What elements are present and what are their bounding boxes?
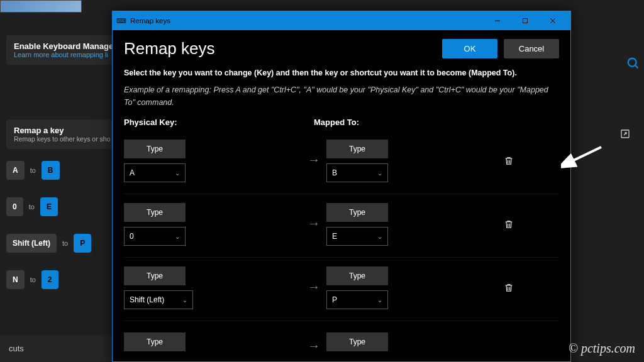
type-button[interactable]: Type bbox=[124, 266, 186, 285]
maximize-button[interactable] bbox=[511, 11, 539, 30]
annotation-arrow bbox=[561, 143, 605, 168]
arrow-icon: → bbox=[301, 280, 326, 294]
svg-line-7 bbox=[570, 147, 601, 162]
cancel-button[interactable]: Cancel bbox=[504, 39, 559, 58]
col-mapped-to: Mapped To: bbox=[314, 118, 559, 127]
remap-chip-row: N to 2 bbox=[6, 270, 58, 289]
delete-button[interactable] bbox=[504, 282, 523, 293]
mapped-to-select[interactable]: B⌄ bbox=[326, 163, 388, 182]
to-label: to bbox=[62, 239, 68, 247]
watermark: © pctips.com bbox=[569, 341, 635, 356]
type-button[interactable]: Type bbox=[124, 140, 186, 158]
ok-button[interactable]: OK bbox=[442, 39, 497, 58]
app-icon: ⌨ bbox=[116, 17, 126, 25]
physical-key-select[interactable]: 0⌄ bbox=[124, 227, 186, 246]
window-title: Remap keys bbox=[130, 17, 484, 25]
col-physical-key: Physical Key: bbox=[124, 118, 314, 127]
physical-key-select[interactable]: A⌄ bbox=[124, 163, 186, 182]
remap-row: Type A⌄ → Type B⌄ bbox=[124, 131, 559, 194]
key-from: 0 bbox=[6, 197, 23, 216]
key-to: B bbox=[42, 161, 60, 180]
svg-line-1 bbox=[635, 65, 638, 69]
minimize-button[interactable] bbox=[484, 11, 511, 30]
to-label: to bbox=[29, 203, 35, 211]
arrow-icon: → bbox=[301, 153, 326, 167]
chevron-down-icon: ⌄ bbox=[377, 297, 382, 304]
chevron-down-icon: ⌄ bbox=[175, 170, 180, 177]
remap-row: Type Shift (Left)⌄ → Type P⌄ bbox=[124, 258, 559, 321]
close-button[interactable] bbox=[539, 11, 567, 30]
key-from: A bbox=[6, 161, 25, 180]
chevron-down-icon: ⌄ bbox=[377, 233, 382, 240]
chevron-down-icon: ⌄ bbox=[377, 170, 382, 177]
to-label: to bbox=[30, 167, 36, 174]
type-button[interactable]: Type bbox=[326, 266, 388, 285]
remap-chip-row: 0 to E bbox=[6, 197, 58, 216]
to-label: to bbox=[30, 276, 36, 283]
chevron-down-icon: ⌄ bbox=[175, 233, 180, 240]
key-from: N bbox=[6, 270, 25, 289]
search-icon[interactable] bbox=[626, 57, 640, 70]
titlebar[interactable]: ⌨ Remap keys bbox=[113, 11, 570, 30]
remap-chip-row: Shift (Left) to P bbox=[6, 234, 91, 253]
svg-rect-4 bbox=[523, 19, 528, 23]
remap-row: Type 0⌄ → Type E⌄ bbox=[124, 194, 559, 258]
chevron-down-icon: ⌄ bbox=[182, 297, 187, 304]
example-text: Example of a remapping: Press A and get … bbox=[124, 84, 559, 109]
arrow-icon: → bbox=[301, 216, 326, 231]
physical-key-select[interactable]: Shift (Left)⌄ bbox=[124, 290, 193, 309]
delete-button[interactable] bbox=[504, 219, 523, 230]
dialog-heading: Remap keys bbox=[124, 39, 436, 58]
key-from: Shift (Left) bbox=[6, 234, 57, 253]
instruction-text: Select the key you want to change (Key) … bbox=[124, 67, 559, 79]
type-button[interactable]: Type bbox=[326, 203, 388, 222]
type-button[interactable]: Type bbox=[326, 332, 388, 351]
mapped-to-select[interactable]: E⌄ bbox=[326, 227, 388, 246]
remap-chip-row: A to B bbox=[6, 161, 60, 180]
arrow-icon: → bbox=[301, 339, 326, 353]
key-to: P bbox=[74, 234, 91, 253]
remap-keys-dialog: ⌨ Remap keys Remap keys OK Cancel Select… bbox=[112, 11, 571, 362]
type-button[interactable]: Type bbox=[326, 140, 388, 158]
type-button[interactable]: Type bbox=[124, 203, 186, 222]
delete-button[interactable] bbox=[504, 155, 523, 167]
remap-row: Type → Type bbox=[124, 321, 559, 357]
key-to: 2 bbox=[42, 270, 58, 289]
key-to: E bbox=[40, 197, 58, 216]
popout-icon[interactable] bbox=[620, 129, 630, 139]
thumbnail-preview bbox=[0, 0, 82, 13]
type-button[interactable]: Type bbox=[124, 332, 186, 351]
mapped-to-select[interactable]: P⌄ bbox=[326, 290, 388, 309]
svg-point-0 bbox=[628, 58, 636, 67]
shortcuts-label: cuts bbox=[0, 335, 113, 362]
remap-rows: Type A⌄ → Type B⌄ Type 0⌄ → Type E⌄ bbox=[113, 131, 570, 361]
